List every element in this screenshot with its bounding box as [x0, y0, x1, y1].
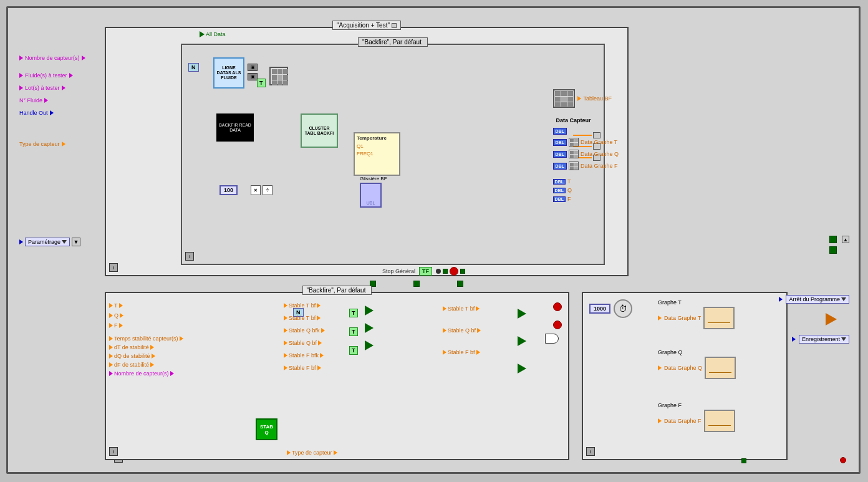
stable-q-out-label: Stable Q bf: [448, 327, 476, 334]
bottom-left-panel: "Backfire", Par défaut T Q F: [105, 292, 569, 460]
stability-inputs: Temps stabilité capteur(s) dT de stabili…: [109, 335, 183, 377]
stable-t-out-row: Stable T bf: [443, 306, 481, 312]
stable-f-out-row: Stable F bf: [443, 349, 481, 355]
graphe-t-section: Graphe T Data Graphe T: [658, 299, 735, 329]
nombre-capteurs2-arrow-out: [170, 371, 174, 376]
graphe-t-data-label: Data Graphe T: [664, 315, 701, 321]
tqf-outputs: DBL T DBL Q DBL F: [553, 178, 619, 202]
stable-f-2-arrow: [284, 365, 287, 370]
lot-label: Lot(s) à tester: [25, 85, 60, 91]
graph-thumb-f: [704, 410, 735, 432]
value-100-box: 100: [219, 185, 238, 195]
stable-q-2-label: Stable Q bf: [289, 340, 317, 346]
data-graphe-q-label: Data Graphe Q: [581, 151, 619, 157]
stable-f-out-arrow: [443, 350, 446, 355]
f-output-label: F: [567, 196, 571, 202]
stop-general-area: Stop Général TF: [382, 267, 465, 276]
red-dot-1: [553, 302, 562, 311]
dq-stab-arrow: [109, 354, 113, 359]
info-icon-inner: i: [185, 252, 194, 261]
n-fluide-label: N° Fluide: [19, 97, 42, 104]
freq1-label: FREQ1: [357, 151, 397, 157]
stable-f-1-label: Stable F bfk: [289, 352, 319, 359]
arrow-lot-out: [62, 85, 65, 90]
tableau-bf-row: Tableau BF: [553, 89, 619, 108]
glissiere-container: Glissière BF UBL: [360, 176, 387, 208]
stable-q-out-arrow: [443, 328, 446, 333]
q-in-arrow: [109, 313, 113, 318]
arret-programme-row: Arrêt du Programme: [779, 295, 849, 304]
graphe-f-section: Graphe F Data Graphe F: [658, 402, 735, 432]
stable-t-2-label: Stable T bf: [289, 315, 316, 321]
glissiere-label: Glissière BF: [360, 176, 387, 181]
parametrage-label: Paramétrage: [28, 239, 60, 245]
dbl-graphe-f: DBL: [553, 163, 567, 170]
graphe-q-data-label: Data Graphe Q: [664, 365, 702, 371]
graphe-q-row: Data Graphe Q: [658, 357, 736, 379]
right-conn-sq-1: [829, 236, 837, 243]
conn-box-1: ▣: [248, 64, 258, 71]
stab-q-block: STAB Q: [256, 418, 277, 440]
q-in-row: Q: [109, 312, 183, 319]
graphe-f-arrow: [658, 418, 662, 423]
f-output-row: DBL F: [553, 196, 619, 202]
enregistrement-dropdown[interactable]: Enregistrement: [799, 335, 849, 344]
slider-indicator: UBL: [367, 201, 375, 205]
acquisition-dropdown-arrow[interactable]: [392, 23, 397, 28]
stable-q-2-out: [318, 340, 322, 345]
arrow-handle-out: [50, 110, 54, 115]
t-in-row: T: [109, 302, 183, 309]
grid-icon-q: [569, 150, 579, 158]
scroll-arrow-top-right[interactable]: ▲: [842, 236, 849, 243]
arret-dropdown-arrow: [841, 297, 846, 301]
gate-2: [365, 323, 374, 333]
backfire-bottom-label: "Backfire", Par défaut: [307, 287, 366, 294]
param-arrow: [19, 239, 23, 244]
stable-q-1-out: [321, 328, 325, 333]
all-data-label: All Data: [206, 31, 226, 37]
stop-dot: [436, 269, 441, 274]
parametrage-dropdown[interactable]: Paramétrage: [25, 238, 70, 246]
dt-stab-arrow-out: [150, 345, 154, 350]
arrow-type-out: [62, 142, 65, 147]
arret-dropdown[interactable]: Arrêt du Programme: [786, 295, 849, 304]
arrow-nombre: [19, 55, 23, 60]
type-capteur2-arrow: [287, 450, 291, 455]
t-indicator-col: T T T: [349, 309, 358, 355]
df-stab-label: dF de stabilité: [114, 362, 149, 368]
f-in-label: F: [114, 322, 118, 329]
arrow-nombre-out: [82, 55, 85, 60]
main-container: "Acquisition + Test" All Data "Backfire"…: [6, 6, 861, 474]
acq-inner: "Backfire", Par défaut N LIGNE DATAS ALS…: [181, 44, 605, 265]
stable-f-2-out: [317, 365, 321, 370]
all-data-arrow: [200, 31, 205, 37]
data-capteur-title: Data Capteur: [556, 117, 619, 123]
backfire-read-data-block: BACKFIR READ DATA: [216, 113, 254, 142]
param-check-box[interactable]: ▼: [72, 238, 80, 246]
all-data-connector: All Data: [200, 31, 226, 37]
stable-q-2-arrow: [284, 340, 287, 345]
f-in-arrow-out: [119, 323, 123, 328]
dbl-t: DBL: [553, 179, 566, 185]
dbl-capteur: DBL: [553, 128, 567, 135]
q-in-arrow-out: [120, 313, 123, 318]
tf-indicator: TF: [419, 267, 432, 276]
right-dots: [553, 302, 562, 329]
horizontal-green-connectors: [370, 281, 463, 287]
q-output-row: DBL Q: [553, 187, 619, 193]
stable-t-1-row: Stable T bf: [284, 302, 325, 309]
stable-f-2-row: Stable F bf: [284, 365, 325, 371]
data-graphe-t-label: Data Graphe T: [581, 139, 617, 145]
value-1000-box: 1000: [589, 304, 610, 314]
tableau-bf-label: Tableau BF: [584, 95, 612, 102]
math-icons: × ÷: [251, 185, 272, 195]
stop-green-sq-2: [460, 269, 465, 274]
dt-stab-label: dT de stabilité: [114, 344, 149, 350]
graph-thumb-t: [703, 307, 735, 329]
stable-t-2-out: [317, 316, 321, 321]
backfire-label: "Backfire", Par défaut: [362, 39, 422, 46]
gate-col-2: [518, 309, 526, 374]
dq-stab-row: dQ de stabilité: [109, 353, 183, 359]
slider-box[interactable]: UBL: [360, 183, 382, 208]
type-capteur2-row: Type de capteur: [287, 450, 337, 456]
